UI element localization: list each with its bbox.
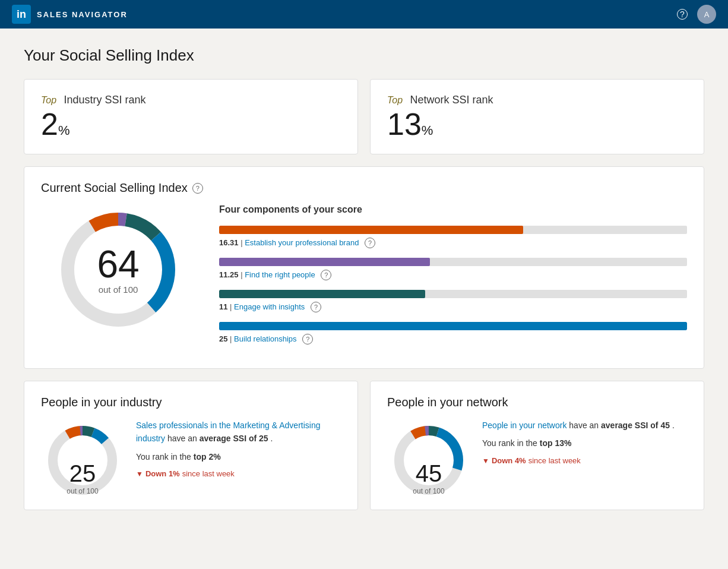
network-desc-link[interactable]: People in your network bbox=[482, 421, 566, 430]
component-4-label: 25 | Build relationships ? bbox=[219, 334, 687, 344]
network-down-pct: Down 4% bbox=[492, 455, 526, 467]
ssi-donut-section: 64 out of 100 bbox=[41, 204, 195, 335]
industry-rank-pct: top 2% bbox=[194, 452, 221, 461]
network-rank-top-row: Top Network SSI rank bbox=[387, 94, 687, 106]
network-down-arrow-icon: ▼ bbox=[482, 456, 489, 467]
industry-rank-number-row: 2 % bbox=[41, 109, 341, 140]
network-people-title: People in your network bbox=[387, 396, 687, 409]
component-3: 11 | Engage with insights ? bbox=[219, 290, 687, 312]
network-rank-title: Network SSI rank bbox=[410, 94, 493, 106]
network-mini-donut: 45 out of 100 bbox=[387, 419, 470, 495]
component-4-score: 25 bbox=[219, 334, 227, 343]
component-1-help[interactable]: ? bbox=[365, 238, 375, 248]
industry-ssi-card: Top Industry SSI rank 2 % bbox=[24, 79, 358, 154]
component-1-fill bbox=[219, 226, 523, 234]
component-2-help[interactable]: ? bbox=[321, 270, 331, 280]
header-left: in SALES NAVIGATOR bbox=[12, 5, 128, 24]
ssi-section-title: Current Social Selling Index bbox=[41, 181, 188, 195]
donut-inner: 64 out of 100 bbox=[97, 245, 139, 295]
ssi-header-row: Current Social Selling Index ? bbox=[41, 181, 687, 195]
component-1-track bbox=[219, 226, 687, 234]
main-content: Your Social Selling Index Top Industry S… bbox=[0, 29, 728, 540]
down-arrow-icon: ▼ bbox=[136, 469, 143, 480]
ssi-card-row: Current Social Selling Index ? bbox=[24, 166, 704, 369]
ssi-donut: 64 out of 100 bbox=[53, 204, 183, 335]
industry-rank-top-row: Top Industry SSI rank bbox=[41, 94, 341, 106]
component-3-link[interactable]: Engage with insights bbox=[234, 302, 305, 311]
ssi-components: Four components of your score 16.31 | Es… bbox=[219, 204, 687, 354]
ssi-score-sub: out of 100 bbox=[97, 284, 139, 295]
component-2: 11.25 | Find the right people ? bbox=[219, 258, 687, 280]
component-2-link[interactable]: Find the right people bbox=[245, 270, 315, 279]
industry-avg-label: average SSI of 25 bbox=[200, 434, 268, 443]
network-rank-number: 13 bbox=[387, 109, 422, 140]
component-1-score: 16.31 bbox=[219, 238, 239, 247]
network-rank-percent: % bbox=[422, 123, 433, 138]
component-4-track bbox=[219, 322, 687, 330]
component-2-score: 11.25 bbox=[219, 270, 239, 279]
network-down-text: ▼ Down 4% since last week bbox=[482, 455, 687, 467]
component-1-label: 16.31 | Establish your professional bran… bbox=[219, 238, 687, 248]
industry-down-text: ▼ Down 1% since last week bbox=[136, 468, 341, 481]
ssi-help-icon[interactable]: ? bbox=[192, 183, 203, 194]
component-3-label: 11 | Engage with insights ? bbox=[219, 302, 687, 312]
header: in SALES NAVIGATOR ? A bbox=[0, 0, 728, 29]
network-people-card: People in your network bbox=[370, 381, 704, 510]
industry-top-label: Top bbox=[41, 95, 56, 105]
industry-down-pct: Down 1% bbox=[145, 468, 180, 481]
component-4-help[interactable]: ? bbox=[302, 334, 313, 344]
industry-mini-donut: 25 out of 100 bbox=[41, 419, 124, 495]
rank-cards-row: Top Industry SSI rank 2 % Top Network SS… bbox=[24, 79, 704, 154]
component-1: 16.31 | Establish your professional bran… bbox=[219, 226, 687, 248]
bottom-cards-row: People in your industry bbox=[24, 381, 704, 510]
industry-people-card: People in your industry bbox=[24, 381, 358, 510]
network-score-block: 45 out of 100 bbox=[413, 460, 444, 495]
component-4: 25 | Build relationships ? bbox=[219, 322, 687, 344]
component-4-link[interactable]: Build relationships bbox=[234, 334, 297, 343]
component-1-link[interactable]: Establish your professional brand bbox=[245, 238, 359, 247]
ssi-score: 64 bbox=[97, 245, 139, 283]
current-ssi-card: Current Social Selling Index ? bbox=[24, 166, 704, 369]
help-icon[interactable]: ? bbox=[677, 9, 688, 20]
component-3-score: 11 bbox=[219, 302, 227, 311]
app-title: SALES NAVIGATOR bbox=[37, 10, 128, 19]
page-title: Your Social Selling Index bbox=[24, 46, 704, 65]
component-2-track bbox=[219, 258, 687, 266]
components-title: Four components of your score bbox=[219, 204, 687, 215]
industry-people-inner: 25 out of 100 Sales professionals in the… bbox=[41, 419, 341, 495]
component-3-help[interactable]: ? bbox=[311, 302, 321, 312]
industry-score: 25 bbox=[67, 460, 98, 487]
component-2-label: 11.25 | Find the right people ? bbox=[219, 270, 687, 280]
header-right: ? A bbox=[677, 5, 716, 24]
industry-card-text: Sales professionals in the Marketing & A… bbox=[136, 419, 341, 481]
network-score: 45 bbox=[413, 460, 444, 487]
industry-people-title: People in your industry bbox=[41, 396, 341, 409]
network-people-inner: 45 out of 100 People in your network hav… bbox=[387, 419, 687, 495]
industry-rank-number: 2 bbox=[41, 109, 58, 140]
user-avatar[interactable]: A bbox=[697, 5, 716, 24]
industry-score-sub: out of 100 bbox=[67, 487, 98, 495]
industry-score-block: 25 out of 100 bbox=[67, 460, 98, 495]
component-3-fill bbox=[219, 290, 425, 298]
industry-rank-title: Industry SSI rank bbox=[64, 94, 146, 106]
ssi-section: 64 out of 100 Four components of your sc… bbox=[41, 204, 687, 354]
network-avg-label: average SSI of 45 bbox=[601, 421, 670, 430]
linkedin-logo: in bbox=[12, 5, 31, 24]
component-3-track bbox=[219, 290, 687, 298]
network-rank-number-row: 13 % bbox=[387, 109, 687, 140]
network-score-sub: out of 100 bbox=[413, 487, 444, 495]
component-4-fill bbox=[219, 322, 687, 330]
network-card-text: People in your network have an average S… bbox=[482, 419, 687, 467]
network-ssi-card: Top Network SSI rank 13 % bbox=[370, 79, 704, 154]
network-top-label: Top bbox=[387, 95, 403, 105]
network-rank-pct: top 13% bbox=[540, 438, 572, 448]
component-2-fill bbox=[219, 258, 430, 266]
industry-rank-percent: % bbox=[58, 123, 70, 138]
